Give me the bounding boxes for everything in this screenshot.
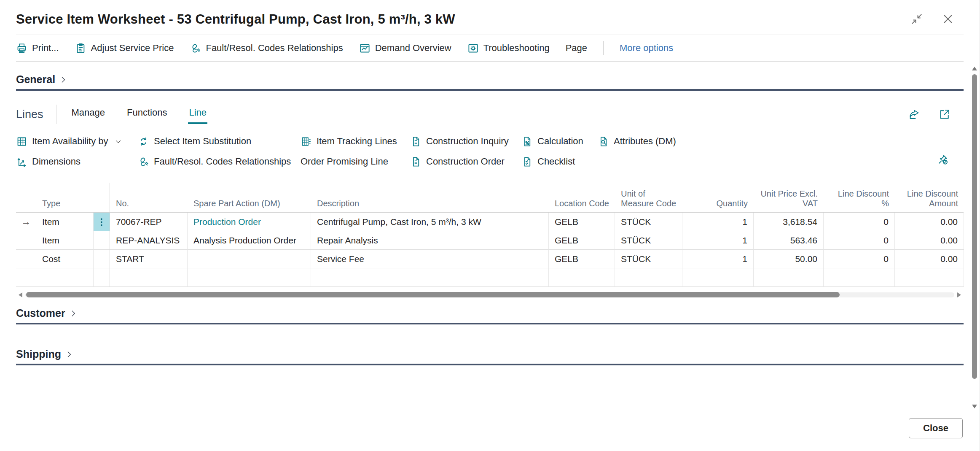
cell-quantity[interactable]: 1 xyxy=(682,213,754,231)
cell-line-discount-amount[interactable]: 0.00 xyxy=(895,231,964,250)
cell-line-discount-pct[interactable]: 0 xyxy=(824,250,895,268)
toolbar-button-adjust-service-price[interactable]: Adjust Service Price xyxy=(75,43,174,54)
shipping-header[interactable]: Shipping xyxy=(16,348,73,360)
cell-description[interactable] xyxy=(311,268,549,287)
cell-quantity[interactable] xyxy=(682,268,754,287)
toolbar-button-page[interactable]: Page xyxy=(566,43,587,54)
scroll-down-arrow-icon[interactable] xyxy=(972,405,977,408)
cell-line-discount-amount[interactable] xyxy=(895,268,964,287)
cell-unit-of-measure-code[interactable]: STÜCK xyxy=(615,250,682,268)
share-icon[interactable] xyxy=(908,108,921,121)
scroll-right-arrow-icon[interactable] xyxy=(957,292,961,297)
close-icon[interactable] xyxy=(942,13,954,25)
customer-header[interactable]: Customer xyxy=(16,307,77,319)
cell-unit-of-measure-code[interactable]: STÜCK xyxy=(615,231,682,250)
line-action-order-promising-line[interactable]: Order Promising Line xyxy=(301,156,410,167)
cell-type[interactable]: Item xyxy=(36,231,94,250)
column-header-spare-part-action-dm[interactable]: Spare Part Action (DM) xyxy=(188,183,311,212)
scroll-left-arrow-icon[interactable] xyxy=(19,292,22,297)
cell-unit-of-measure-code[interactable] xyxy=(615,268,682,287)
cell-spare-part-action[interactable]: Production Order xyxy=(188,213,311,231)
cell-description[interactable]: Centrifugal Pump, Cast Iron, 5 m³/h, 3 k… xyxy=(311,213,549,231)
tab-manage[interactable]: Manage xyxy=(71,105,106,124)
cell-type[interactable] xyxy=(36,268,94,287)
cell-indicator[interactable] xyxy=(16,231,36,250)
line-action-dimensions[interactable]: Dimensions xyxy=(16,156,138,167)
cell-unit-price-excl-vat[interactable]: 563.46 xyxy=(754,231,824,250)
cell-quantity[interactable]: 1 xyxy=(682,250,754,268)
column-header-location-code[interactable]: Location Code xyxy=(549,183,615,212)
general-header[interactable]: General xyxy=(16,73,67,86)
column-header-type[interactable]: Type xyxy=(36,183,94,212)
cell-line-discount-amount[interactable]: 0.00 xyxy=(895,213,964,231)
horizontal-scrollbar[interactable] xyxy=(19,292,961,298)
vertical-scrollbar[interactable] xyxy=(972,67,977,408)
cell-no[interactable] xyxy=(110,268,188,287)
cell-menu[interactable] xyxy=(94,231,110,250)
line-action-item-availability-by[interactable]: Item Availability by xyxy=(16,136,138,147)
horizontal-scroll-thumb[interactable] xyxy=(26,292,840,297)
column-header-description[interactable]: Description xyxy=(311,183,549,212)
line-action-label: Select Item Substitution xyxy=(154,136,251,147)
cell-indicator[interactable]: → xyxy=(16,213,36,231)
vertical-scroll-thumb[interactable] xyxy=(972,74,977,379)
line-action-select-item-substitution[interactable]: Select Item Substitution xyxy=(138,136,301,147)
spare-part-action-link[interactable]: Production Order xyxy=(193,217,261,227)
cell-location-code[interactable]: GELB xyxy=(549,231,615,250)
cell-indicator[interactable] xyxy=(16,268,36,287)
cell-unit-price-excl-vat[interactable]: 50.00 xyxy=(754,250,824,268)
unpin-icon[interactable] xyxy=(937,153,949,166)
scroll-up-arrow-icon[interactable] xyxy=(972,67,977,70)
restore-down-icon[interactable] xyxy=(910,13,923,25)
column-header-line-discount-amount[interactable]: Line Discount Amount xyxy=(895,183,964,212)
cell-unit-price-excl-vat[interactable] xyxy=(754,268,824,287)
cell-menu[interactable] xyxy=(94,268,110,287)
line-action-checklist[interactable]: Checklist xyxy=(521,156,598,167)
close-button[interactable]: Close xyxy=(909,418,963,438)
toolbar-button-print[interactable]: Print... xyxy=(16,43,59,54)
cell-location-code[interactable] xyxy=(549,268,615,287)
cell-quantity[interactable]: 1 xyxy=(682,231,754,250)
cell-line-discount-pct[interactable] xyxy=(824,268,895,287)
cell-location-code[interactable]: GELB xyxy=(549,213,615,231)
column-header-unit-price-excl-vat[interactable]: Unit Price Excl. VAT xyxy=(754,183,824,212)
toolbar-button-demand-overview[interactable]: Demand Overview xyxy=(359,43,451,54)
cell-type[interactable]: Item xyxy=(36,213,94,231)
cell-description[interactable]: Repair Analysis xyxy=(311,231,549,250)
more-options-button[interactable]: More options xyxy=(620,43,673,54)
toolbar-button-label: Adjust Service Price xyxy=(91,43,174,54)
cell-indicator[interactable] xyxy=(16,250,36,268)
line-action-construction-inquiry[interactable]: Construction Inquiry xyxy=(410,136,521,147)
cell-location-code[interactable]: GELB xyxy=(549,250,615,268)
line-action-attributes-dm[interactable]: Attributes (DM) xyxy=(598,136,964,147)
cell-no[interactable]: REP-ANALYSIS xyxy=(110,231,188,250)
toolbar-button-fault-resol-codes-relationships[interactable]: Fault/Resol. Codes Relationships xyxy=(190,43,343,54)
column-header-label: Description xyxy=(317,199,359,208)
cell-unit-price-excl-vat[interactable]: 3,618.54 xyxy=(754,213,824,231)
cell-unit-of-measure-code[interactable]: STÜCK xyxy=(615,213,682,231)
line-action-calculation[interactable]: Calculation xyxy=(521,136,598,147)
column-header-unit-of-measure-code[interactable]: Unit of Measure Code xyxy=(615,183,682,212)
line-action-fault-resol-codes-relationships[interactable]: Fault/Resol. Codes Relationships xyxy=(138,156,301,167)
cell-spare-part-action[interactable] xyxy=(188,250,311,268)
cell-line-discount-pct[interactable]: 0 xyxy=(824,231,895,250)
cell-menu[interactable] xyxy=(94,250,110,268)
tab-functions[interactable]: Functions xyxy=(126,105,168,124)
toolbar-button-troubleshooting[interactable]: Troubleshooting xyxy=(467,43,550,54)
cell-no[interactable]: START xyxy=(110,250,188,268)
column-header-line-discount[interactable]: Line Discount % xyxy=(824,183,895,212)
cell-spare-part-action[interactable] xyxy=(188,268,311,287)
line-action-construction-order[interactable]: Construction Order xyxy=(410,156,521,167)
cell-line-discount-pct[interactable]: 0 xyxy=(824,213,895,231)
popout-icon[interactable] xyxy=(938,108,951,121)
line-action-item-tracking-lines[interactable]: Item Tracking Lines xyxy=(301,136,410,147)
cell-no[interactable]: 70067-REP xyxy=(110,213,188,231)
cell-line-discount-amount[interactable]: 0.00 xyxy=(895,250,964,268)
cell-type[interactable]: Cost xyxy=(36,250,94,268)
column-header-quantity[interactable]: Quantity xyxy=(682,183,754,212)
cell-menu[interactable]: ⋮ xyxy=(94,213,110,231)
tab-line[interactable]: Line xyxy=(188,105,207,124)
column-header-no[interactable]: No. xyxy=(110,183,188,212)
cell-spare-part-action[interactable]: Analysis Production Order xyxy=(188,231,311,250)
cell-description[interactable]: Service Fee xyxy=(311,250,549,268)
